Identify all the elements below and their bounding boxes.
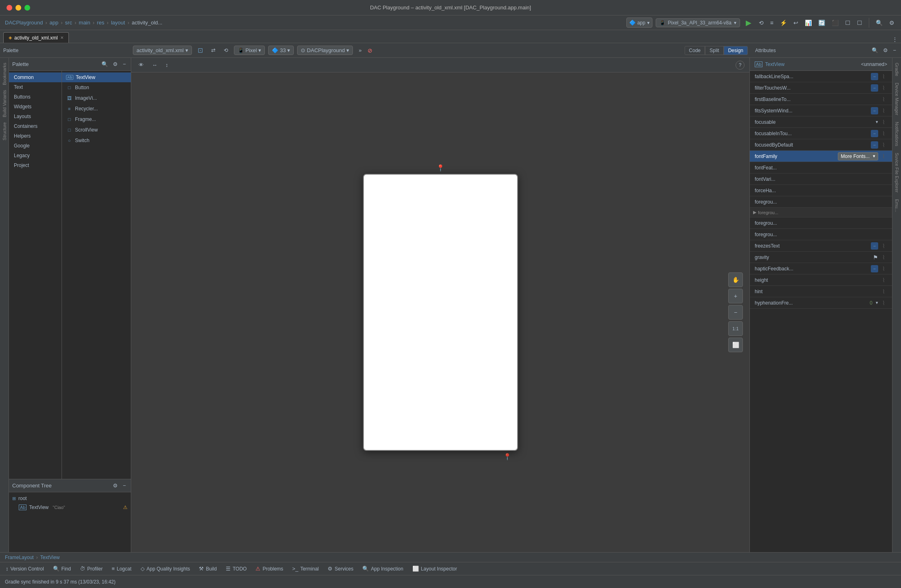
pan-tool-button[interactable]: ✋ (728, 272, 743, 287)
attr-fallbacklinespa-btn[interactable]: − (871, 73, 878, 80)
palette-cat-containers[interactable]: Containers (9, 121, 62, 131)
attr-focusable-dropdown[interactable]: ▾ (876, 119, 878, 125)
palette-cat-widgets[interactable]: Widgets (9, 102, 62, 112)
profiler-bottom-button[interactable]: ⏱ Profiler (76, 564, 107, 573)
orientation-button[interactable]: ⊡ (195, 45, 205, 55)
design-view-button[interactable]: Design (724, 46, 748, 55)
breadcrumb-res[interactable]: res (97, 20, 104, 26)
attr-hapticfeedback-reset[interactable]: ⌇ (880, 265, 887, 272)
device-mgr-button[interactable]: ☐ (844, 18, 852, 28)
close-button[interactable] (7, 5, 12, 11)
attributes-settings-button[interactable]: ⚙ (881, 46, 890, 54)
palette-minimize-button[interactable]: − (121, 60, 128, 68)
sync-button[interactable]: 🔄 (817, 18, 827, 28)
palette-widget-recyclerview[interactable]: ≡ Recycler... (62, 103, 131, 114)
attr-freezestext-btn[interactable]: − (871, 242, 878, 250)
attr-filtertouchesw-reset[interactable]: ⌇ (880, 84, 887, 92)
emulator-panel-button[interactable]: Emu... (894, 197, 900, 214)
attr-hint-reset[interactable]: ⌇ (880, 288, 887, 295)
attr-focusedbydefault-btn[interactable]: − (871, 141, 878, 149)
palette-cat-buttons[interactable]: Buttons (9, 92, 62, 102)
settings-button[interactable]: ⚙ (888, 18, 896, 28)
orientation-portrait[interactable]: ⟲ (221, 46, 231, 55)
app-inspection-button[interactable]: 🔍 App Inspection (358, 564, 407, 573)
palette-cat-google[interactable]: Google (9, 141, 62, 151)
orient-swap-button[interactable]: ⇄ (209, 46, 218, 55)
zoom-in-button[interactable]: + (728, 289, 743, 303)
attr-focusedbydefault-reset[interactable]: ⌇ (880, 141, 887, 149)
attr-focusable-reset[interactable]: ⌇ (880, 118, 887, 126)
attr-fitssystemwind-reset[interactable]: ⌇ (880, 107, 887, 114)
palette-widget-switch[interactable]: ○ Switch (62, 135, 131, 146)
stop-button[interactable]: ⟲ (757, 18, 765, 28)
attr-focusableintouch-btn[interactable]: − (871, 130, 878, 137)
fit-screen-button[interactable]: 1:1 (728, 321, 743, 336)
palette-widget-button[interactable]: □ Button (62, 82, 131, 93)
component-tree-minimize-button[interactable]: − (121, 482, 128, 489)
version-control-button[interactable]: ↕ Version Control (2, 564, 48, 573)
breadcrumb-main[interactable]: main (79, 20, 90, 26)
notifications-panel-button[interactable]: Notifications (894, 120, 900, 148)
layout-inspector-button[interactable]: ⬜ Layout Inspector (408, 564, 461, 573)
bottom-breadcrumb-framelayout[interactable]: FrameLayout (5, 555, 34, 560)
wireframe-button[interactable]: ⬜ (728, 338, 743, 352)
tree-item-root[interactable]: ⊞ root (9, 494, 131, 503)
refresh-button[interactable]: ↕ (163, 61, 171, 69)
component-tree-settings-button[interactable]: ⚙ (111, 482, 119, 489)
show-decorations-button[interactable]: 👁 (136, 61, 146, 69)
layout-file-selector[interactable]: activity_old_xml.xml ▾ (133, 46, 192, 55)
attr-fontfamily-dropdown[interactable]: ▾ (873, 154, 875, 159)
app-quality-insights-button[interactable]: ◇ App Quality Insights (137, 564, 194, 573)
device-manager-panel-button[interactable]: Device Manager (894, 81, 900, 117)
attr-filtertouchesw-btn[interactable]: − (871, 84, 878, 92)
file-explorer-panel-button[interactable]: Suvice File Explorer (894, 151, 900, 194)
breadcrumb-dacplayground[interactable]: DACPlayground (5, 20, 43, 26)
attr-fitssystemwind-btn[interactable]: − (871, 107, 878, 114)
attr-fallbacklinespa-reset[interactable]: ⌇ (880, 73, 887, 80)
attr-height-reset[interactable]: ⌇ (880, 276, 887, 284)
problems-button[interactable]: ⚠ Problems (251, 564, 287, 573)
app-selector-dropdown[interactable]: 🔷 app ▾ (626, 18, 652, 28)
palette-widget-scrollview[interactable]: □ ScrollView (62, 125, 131, 135)
attr-freezestext-reset[interactable]: ⌇ (880, 242, 887, 250)
force-rtl-button[interactable]: ↔ (150, 61, 160, 69)
split-view-button[interactable]: Split (705, 46, 723, 55)
attr-hyphenation-dropdown[interactable]: ▾ (876, 300, 878, 305)
palette-cat-layouts[interactable]: Layouts (9, 112, 62, 121)
api-level-dropdown[interactable]: 🔷 33 ▾ (268, 46, 294, 55)
find-button[interactable]: 🔍 Find (49, 564, 75, 573)
attributes-minimize-button[interactable]: − (891, 46, 898, 54)
gradle-panel-button[interactable]: Gradle (894, 61, 900, 78)
device-dropdown[interactable]: 📱 Pixel ▾ (234, 46, 265, 55)
theme-dropdown[interactable]: ⊙ DACPlayground ▾ (297, 46, 353, 55)
search-everywhere-button[interactable]: 🔍 (874, 18, 884, 28)
tabs-more-button[interactable]: ⋮ (892, 36, 898, 43)
bottom-breadcrumb-textview[interactable]: TextView (40, 555, 60, 560)
breadcrumb-src[interactable]: src (65, 20, 72, 26)
attributes-search-button[interactable]: 🔍 (870, 46, 880, 54)
debug-button[interactable]: ⚡ (778, 18, 789, 28)
minimize-button[interactable] (15, 5, 21, 11)
structure-panel-button[interactable]: Structure (1, 121, 8, 142)
breadcrumb-layout[interactable]: layout (111, 20, 125, 26)
avd-button[interactable]: ⬛ (830, 18, 840, 28)
logcat-button[interactable]: ≡ Logcat (108, 564, 136, 573)
palette-settings-button[interactable]: ⚙ (111, 60, 119, 68)
profiler-button[interactable]: 📊 (803, 18, 813, 28)
zoom-out-button[interactable]: − (728, 305, 743, 320)
locale-button[interactable]: » (356, 46, 364, 55)
build-button[interactable]: ⚒ Build (195, 564, 221, 573)
palette-cat-text[interactable]: Text (9, 82, 62, 92)
palette-widget-fragment[interactable]: □ Fragme... (62, 114, 131, 125)
palette-cat-helpers[interactable]: Helpers (9, 131, 62, 141)
attr-gravity-reset[interactable]: ⌇ (880, 254, 887, 261)
palette-search-button[interactable]: 🔍 (100, 60, 110, 68)
breadcrumb-app[interactable]: app (50, 20, 59, 26)
services-button[interactable]: ⚙ Services (324, 564, 357, 573)
maximize-button[interactable] (24, 5, 30, 11)
tab-close-button[interactable]: ✕ (60, 35, 64, 40)
tree-item-textview[interactable]: Ab TextView "Ciao" ⚠ (9, 503, 131, 512)
attr-firstbaselineto-reset[interactable]: ⌇ (880, 96, 887, 103)
palette-widget-textview[interactable]: Ab TextView (62, 72, 131, 82)
palette-cat-legacy[interactable]: Legacy (9, 151, 62, 160)
